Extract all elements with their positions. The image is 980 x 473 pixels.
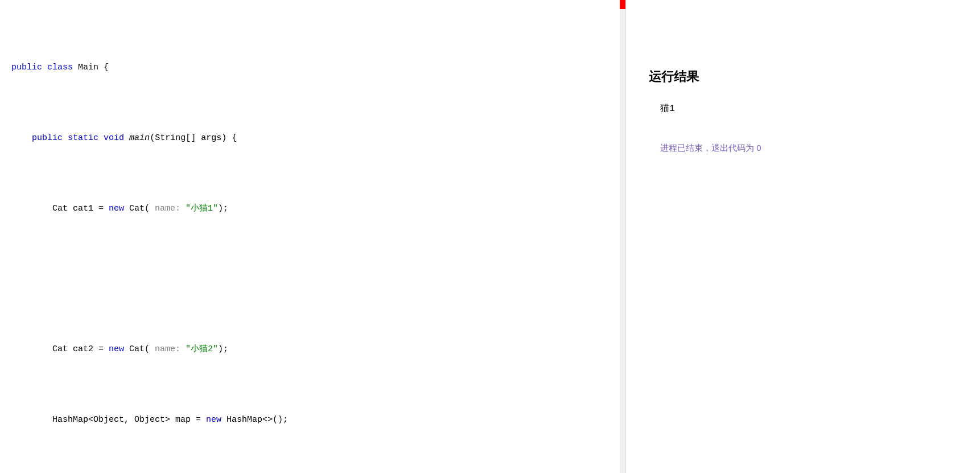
code-line-2: public static void main(String[] args) { [11,131,625,146]
code-line-6: HashMap<Object, Object> map = new HashMa… [11,413,625,427]
code-line-4 [11,272,625,286]
scrollbar-track[interactable] [620,0,625,473]
scrollbar-thumb[interactable] [620,0,625,9]
code-panel: public class Main { public static void m… [0,0,626,473]
result-status: 进程已结束，退出代码为 0 [660,143,957,154]
code-line-1: public class Main { [11,61,625,75]
result-panel: 运行结果 猫1 进程已结束，退出代码为 0 CSDN @小那么小小猿 [626,0,980,473]
result-output: 猫1 [660,102,957,114]
result-title: 运行结果 [649,68,957,85]
code-editor[interactable]: public class Main { public static void m… [0,0,625,473]
code-line-3: Cat cat1 = new Cat( name: "小猫1"); [11,202,625,216]
code-line-5: Cat cat2 = new Cat( name: "小猫2"); [11,343,625,357]
